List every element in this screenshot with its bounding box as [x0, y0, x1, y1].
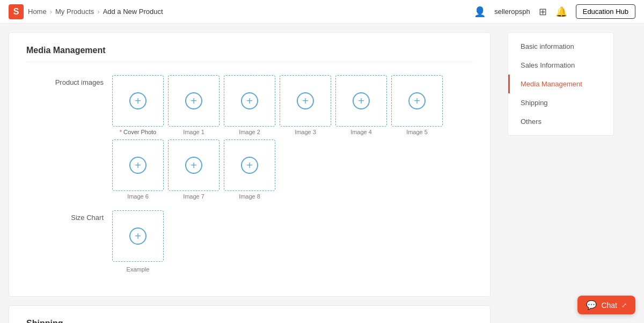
- image2-plus-icon: +: [241, 92, 258, 109]
- sidebar-nav: Basic information Sales Information Medi…: [508, 32, 614, 136]
- image7-plus-icon: +: [185, 157, 202, 174]
- image7-upload[interactable]: +: [168, 140, 219, 191]
- header-right: 👤 selleropsph ⊞ 🔔 Education Hub: [474, 4, 635, 19]
- image1-container: + Image 1: [168, 75, 219, 135]
- header: S Home › My Products › Add a New Product…: [0, 0, 644, 24]
- size-chart-row: Size Chart + Example: [26, 210, 473, 273]
- chat-label: Chat: [601, 301, 617, 310]
- chat-button[interactable]: 💬 Chat ⤢: [577, 296, 635, 314]
- image4-container: + Image 4: [335, 75, 387, 135]
- image3-plus-icon: +: [297, 92, 314, 109]
- breadcrumb-current: Add a New Product: [103, 8, 163, 16]
- shipping-section: Shipping Weight kg: [9, 305, 491, 323]
- image2-upload[interactable]: +: [224, 75, 275, 127]
- cover-photo-container: + Cover Photo: [112, 75, 164, 135]
- image7-container: + Image 7: [168, 140, 219, 200]
- image6-upload[interactable]: +: [112, 140, 164, 191]
- edu-hub-button[interactable]: Education Hub: [576, 4, 635, 19]
- breadcrumb-sep-1: ›: [50, 8, 52, 16]
- image7-label: Image 7: [183, 193, 204, 200]
- size-chart-example-label: Example: [112, 266, 164, 273]
- shopee-logo: S: [9, 4, 24, 19]
- cover-photo-upload[interactable]: +: [112, 75, 164, 127]
- breadcrumb-my-products[interactable]: My Products: [55, 8, 94, 16]
- sidebar-item-basic-information[interactable]: Basic information: [508, 37, 613, 56]
- right-sidebar: Basic information Sales Information Medi…: [499, 24, 623, 323]
- sidebar-item-media-management[interactable]: Media Management: [508, 75, 613, 93]
- username: selleropsph: [494, 8, 530, 16]
- image5-plus-icon: +: [408, 92, 426, 109]
- size-chart-upload[interactable]: +: [112, 210, 164, 262]
- product-images-row: Product images + Cover Photo: [26, 75, 473, 200]
- sidebar-item-sales-information[interactable]: Sales Information: [508, 56, 613, 75]
- image1-plus-icon: +: [185, 92, 202, 109]
- cover-photo-plus-icon: +: [129, 92, 147, 109]
- image3-container: + Image 3: [280, 75, 331, 135]
- image8-upload[interactable]: +: [224, 140, 275, 191]
- size-chart-label: Size Chart: [26, 210, 112, 222]
- chat-expand-icon: ⤢: [621, 302, 627, 309]
- user-icon: 👤: [474, 6, 486, 18]
- bell-icon[interactable]: 🔔: [555, 6, 567, 18]
- breadcrumb-sep-2: ›: [97, 8, 99, 16]
- image5-label: Image 5: [406, 129, 428, 135]
- size-chart-plus-icon: +: [129, 227, 147, 245]
- image5-upload[interactable]: +: [391, 75, 443, 127]
- product-images-grid-row2: + Image 6 + Image 7: [112, 140, 443, 200]
- image2-container: + Image 2: [224, 75, 275, 135]
- image6-container: + Image 6: [112, 140, 164, 200]
- image4-plus-icon: +: [353, 92, 370, 109]
- image4-upload[interactable]: +: [335, 75, 387, 127]
- image1-upload[interactable]: +: [168, 75, 219, 127]
- image5-container: + Image 5: [391, 75, 443, 135]
- product-images-label: Product images: [26, 75, 112, 86]
- grid-icon[interactable]: ⊞: [539, 6, 547, 18]
- image6-plus-icon: +: [129, 157, 147, 174]
- image6-label: Image 6: [127, 193, 149, 200]
- page-layout: Media Management Product images + Cover …: [0, 24, 644, 323]
- image8-container: + Image 8: [224, 140, 275, 200]
- sidebar-item-others[interactable]: Others: [508, 112, 613, 131]
- image4-label: Image 4: [350, 129, 372, 135]
- image1-label: Image 1: [183, 129, 204, 135]
- image8-plus-icon: +: [241, 157, 258, 174]
- media-management-title: Media Management: [26, 46, 473, 62]
- image2-label: Image 2: [239, 129, 260, 135]
- breadcrumb: Home › My Products › Add a New Product: [28, 8, 163, 16]
- media-management-section: Media Management Product images + Cover …: [9, 32, 491, 297]
- breadcrumb-home[interactable]: Home: [28, 8, 47, 16]
- chat-icon: 💬: [586, 300, 597, 310]
- cover-photo-label: Cover Photo: [120, 129, 157, 135]
- image8-label: Image 8: [239, 193, 260, 200]
- image3-upload[interactable]: +: [280, 75, 331, 127]
- product-images-grid-row1: + Cover Photo + Image 1: [112, 75, 443, 135]
- main-content: Media Management Product images + Cover …: [0, 24, 499, 323]
- image3-label: Image 3: [295, 129, 316, 135]
- header-left: S Home › My Products › Add a New Product: [9, 4, 474, 19]
- shipping-title: Shipping: [26, 319, 473, 323]
- sidebar-item-shipping[interactable]: Shipping: [508, 93, 613, 112]
